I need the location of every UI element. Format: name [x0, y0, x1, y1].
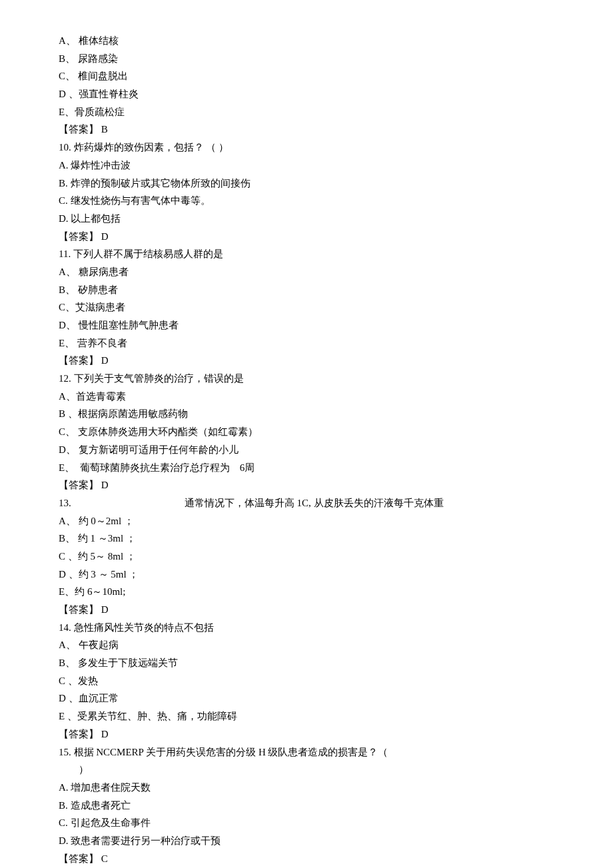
q13-stem-text: 通常情况下，体温每升高 1C, 从皮肤丢失的汗液每千克体重 [185, 498, 444, 508]
q15-option-c: C. 引起危及生命事件 [59, 814, 554, 832]
q10-answer: 【答案】 D [59, 228, 554, 246]
q9-answer: 【答案】 B [59, 121, 554, 139]
q15-option-d: D. 致患者需要进行另一种治疗或干预 [59, 832, 554, 850]
q14-answer: 【答案】 D [59, 725, 554, 743]
q11-option-d: D、 慢性阻塞性肺气肿患者 [59, 316, 554, 334]
q13-option-a: A、 约 0～2ml ； [59, 512, 554, 530]
q12-option-c: C、 支原体肺炎选用大环内酯类（如红霉素） [59, 423, 554, 441]
q11-option-c: C、艾滋病患者 [59, 298, 554, 316]
q14-option-c: C 、发热 [59, 672, 554, 690]
q11-option-b: B、 矽肺患者 [59, 281, 554, 299]
q13-option-c: C 、约 5～ 8ml ； [59, 548, 554, 566]
q9-option-c: C、 椎间盘脱出 [59, 67, 554, 85]
q15-stem: 15. 根据 NCCMERP 关于用药失误危害的分级 H 级队患者造成的损害是？… [59, 743, 554, 761]
q12-option-b: B 、根据病原菌选用敏感药物 [59, 405, 554, 423]
q15-stem-cont: ） [59, 761, 554, 779]
q12-stem: 12. 下列关于支气管肺炎的治疗，错误的是 [59, 370, 554, 388]
q13-answer: 【答案】 D [59, 601, 554, 619]
q9-option-b: B、 尿路感染 [59, 50, 554, 68]
q14-stem: 14. 急性痛风性关节炎的特点不包括 [59, 619, 554, 637]
q13-num: 13. [59, 498, 71, 508]
q14-option-d: D 、血沉正常 [59, 689, 554, 707]
q14-option-e: E 、受累关节红、肿、热、痛，功能障碍 [59, 707, 554, 725]
q14-option-b: B、 多发生于下肢远端关节 [59, 654, 554, 672]
q11-answer: 【答案】 D [59, 352, 554, 370]
q11-option-e: E、 营养不良者 [59, 334, 554, 352]
q10-option-a: A. 爆炸性冲击波 [59, 157, 554, 175]
q12-answer: 【答案】 D [59, 476, 554, 494]
q12-option-a: A、首选青霉素 [59, 388, 554, 406]
q12-option-e: E、 葡萄球菌肺炎抗生素治疗总疗程为 6周 [59, 459, 554, 477]
q10-option-b: B. 炸弹的预制破片或其它物体所致的间接伤 [59, 175, 554, 193]
q12-option-d: D、 复方新诺明可适用于任何年龄的小儿 [59, 441, 554, 459]
q11-stem: 11. 下列人群不属于结核易感人群的是 [59, 245, 554, 263]
q13-option-e: E、约 6～10ml; [59, 583, 554, 601]
q13-option-b: B、 约 1 ～3ml ； [59, 530, 554, 548]
q9-option-d: D 、强直性脊柱炎 [59, 85, 554, 103]
q11-option-a: A、 糖尿病患者 [59, 263, 554, 281]
q15-option-a: A. 增加患者住院天数 [59, 779, 554, 797]
q13-stem: 13.通常情况下，体温每升高 1C, 从皮肤丢失的汗液每千克体重 [59, 494, 554, 512]
q14-option-a: A、 午夜起病 [59, 636, 554, 654]
q15-answer: 【答案】 C [59, 850, 554, 868]
q10-stem: 10. 炸药爆炸的致伤因素，包括？ （ ） [59, 139, 554, 157]
q10-option-d: D. 以上都包括 [59, 210, 554, 228]
q9-option-a: A、 椎体结核 [59, 32, 554, 50]
q15-option-b: B. 造成患者死亡 [59, 797, 554, 815]
q13-option-d: D 、约 3 ～ 5ml ； [59, 566, 554, 584]
q9-option-e: E、骨质疏松症 [59, 103, 554, 121]
q15-stem-paren: ） [79, 764, 89, 775]
q10-option-c: C. 继发性烧伤与有害气体中毒等。 [59, 192, 554, 210]
